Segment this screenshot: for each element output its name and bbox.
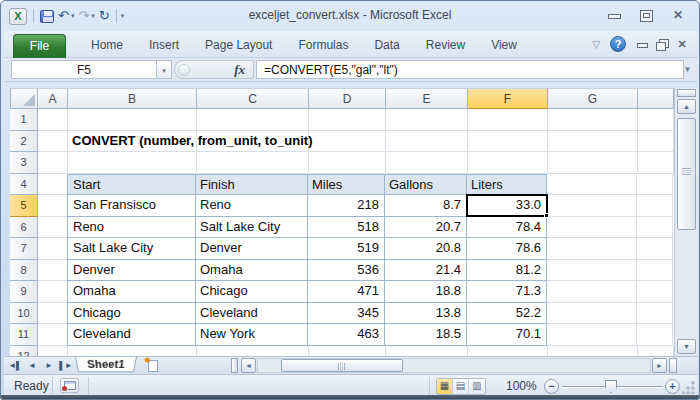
zoom-level[interactable]: 100%: [506, 379, 537, 393]
column-header-partial[interactable]: [638, 88, 674, 109]
row-header-2[interactable]: 2: [10, 131, 38, 153]
column-header-A[interactable]: A: [38, 88, 68, 109]
workbook-restore-button[interactable]: [656, 39, 668, 49]
row-header-3[interactable]: 3: [10, 152, 38, 174]
first-sheet-icon[interactable]: ◄▌: [7, 358, 23, 373]
cell-F6[interactable]: 78.4: [467, 217, 547, 239]
cell-A2[interactable]: [38, 131, 68, 153]
cell-B10[interactable]: Chicago: [67, 303, 196, 325]
cell-partial3[interactable]: [638, 152, 674, 174]
tab-review[interactable]: Review: [413, 32, 478, 58]
cell-A12[interactable]: [38, 346, 68, 357]
cell-C7[interactable]: Denver: [196, 238, 308, 260]
cell-G4[interactable]: [547, 174, 637, 196]
selected-cell-outline[interactable]: [466, 194, 548, 217]
page-layout-view-button[interactable]: ▤: [453, 379, 469, 394]
row-header-12[interactable]: 12: [10, 346, 38, 357]
cell-A7[interactable]: [38, 238, 68, 260]
cell-partial4[interactable]: [637, 174, 673, 196]
row-header-5[interactable]: 5: [10, 195, 38, 217]
cell-E2[interactable]: [386, 131, 468, 153]
cell-C11[interactable]: New York: [196, 324, 308, 346]
cell-C1[interactable]: [197, 109, 309, 131]
cell-C6[interactable]: Salt Lake City: [196, 217, 308, 239]
cell-B5[interactable]: San Fransisco: [67, 195, 196, 217]
cell-D8[interactable]: 536: [308, 260, 385, 282]
cell-G8[interactable]: [547, 260, 637, 282]
cell-G1[interactable]: [548, 109, 638, 131]
cell-D12[interactable]: [309, 346, 386, 357]
cell-F9[interactable]: 71.3: [467, 281, 547, 303]
cell-E3[interactable]: [386, 152, 468, 174]
cell-F4[interactable]: Liters: [467, 174, 547, 196]
cell-G10[interactable]: [547, 303, 637, 325]
cell-A8[interactable]: [38, 260, 68, 282]
horizontal-scrollbar-thumb[interactable]: [281, 359, 403, 372]
cell-C12[interactable]: [197, 346, 309, 357]
vertical-scrollbar-thumb[interactable]: [677, 118, 696, 230]
cell-F12[interactable]: [468, 346, 548, 357]
macro-record-button[interactable]: [60, 378, 79, 393]
tab-page-layout[interactable]: Page Layout: [192, 32, 285, 58]
name-box-dropdown-icon[interactable]: ▾: [157, 60, 172, 79]
row-header-1[interactable]: 1: [10, 109, 38, 131]
tab-view[interactable]: View: [478, 32, 530, 58]
cell-C9[interactable]: Chicago: [196, 281, 308, 303]
horizontal-split-handle[interactable]: [669, 358, 677, 373]
cell-D6[interactable]: 518: [308, 217, 385, 239]
page-break-preview-button[interactable]: ▥: [469, 379, 485, 394]
cell-C8[interactable]: Omaha: [196, 260, 308, 282]
cell-F10[interactable]: 52.2: [467, 303, 547, 325]
cell-G6[interactable]: [547, 217, 637, 239]
workbook-minimize-button[interactable]: [636, 39, 648, 49]
sheet-tab-sheet1[interactable]: Sheet1: [75, 357, 137, 372]
tab-scrollbar-splitter[interactable]: [231, 358, 238, 373]
fill-handle[interactable]: [544, 213, 549, 218]
row-header-11[interactable]: 11: [10, 324, 38, 346]
formula-bar-expand-chevron-icon[interactable]: ▼: [681, 62, 694, 77]
vertical-split-handle[interactable]: [677, 89, 696, 97]
tab-data[interactable]: Data: [361, 32, 412, 58]
cell-A5[interactable]: [38, 195, 68, 217]
cell-G5[interactable]: [547, 195, 637, 217]
cell-D11[interactable]: 463: [308, 324, 385, 346]
cell-E4[interactable]: Gallons: [385, 174, 467, 196]
cell-partial2[interactable]: [638, 131, 674, 153]
column-header-G[interactable]: G: [548, 88, 638, 109]
cell-B11[interactable]: Cleveland: [67, 324, 196, 346]
help-icon[interactable]: ?: [610, 36, 626, 52]
tab-file[interactable]: File: [13, 34, 66, 58]
cell-F11[interactable]: 70.1: [467, 324, 547, 346]
tab-home[interactable]: Home: [78, 32, 136, 58]
cell-C4[interactable]: Finish: [196, 174, 308, 196]
cell-E7[interactable]: 20.8: [385, 238, 467, 260]
normal-view-button[interactable]: ▦: [437, 379, 453, 394]
column-header-C[interactable]: C: [197, 88, 309, 109]
cell-E6[interactable]: 20.7: [385, 217, 467, 239]
vertical-scrollbar[interactable]: ▲ ▼: [674, 88, 698, 356]
cell-partial5[interactable]: [637, 195, 673, 217]
restore-button[interactable]: [639, 9, 653, 21]
cell-A3[interactable]: [38, 152, 68, 174]
cell-A11[interactable]: [38, 324, 68, 346]
name-box[interactable]: F5: [11, 60, 157, 79]
cell-partial6[interactable]: [637, 217, 673, 239]
cell-F8[interactable]: 81.2: [467, 260, 547, 282]
prev-sheet-icon[interactable]: ◄: [24, 358, 40, 373]
cell-A1[interactable]: [38, 109, 68, 131]
cell-D7[interactable]: 519: [308, 238, 385, 260]
cell-A4[interactable]: [38, 174, 68, 196]
tab-insert[interactable]: Insert: [136, 32, 192, 58]
cell-D3[interactable]: [309, 152, 386, 174]
cell-D2[interactable]: [309, 131, 386, 153]
cell-G11[interactable]: [547, 324, 637, 346]
cell-B2[interactable]: CONVERT (number, from_unit, to_unit): [68, 131, 197, 153]
row-header-7[interactable]: 7: [10, 238, 38, 260]
cell-partial10[interactable]: [637, 303, 673, 325]
cell-D4[interactable]: Miles: [308, 174, 385, 196]
cell-D10[interactable]: 345: [308, 303, 385, 325]
cell-partial12[interactable]: [638, 346, 674, 357]
zoom-in-button[interactable]: +: [665, 379, 680, 394]
cell-partial1[interactable]: [638, 109, 674, 131]
formula-input[interactable]: =CONVERT(E5,"gal","lt"): [256, 60, 684, 79]
